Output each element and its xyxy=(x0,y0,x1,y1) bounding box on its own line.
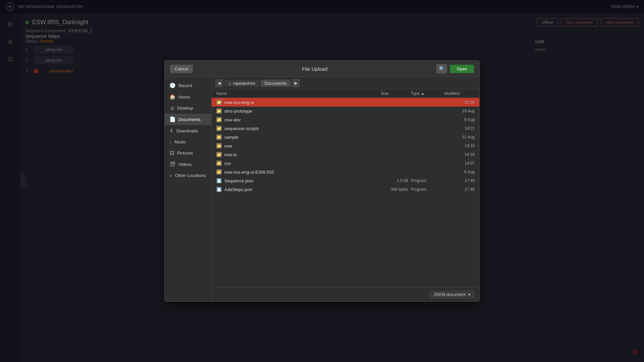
file-modified-sequencer-scripts: 14:21 xyxy=(444,126,475,131)
breadcrumb-home-item[interactable]: ⌂ rajalakshmi xyxy=(224,80,259,87)
file-name-esw: 📁 esw xyxy=(216,143,381,148)
file-modified-osw-dev: 9 Aug xyxy=(444,117,475,122)
home-nav-label: Home xyxy=(178,95,190,100)
file-modified-csv: 14:07 xyxy=(444,161,475,166)
dialog-body: 🕐 Recent 🏠 Home 🖥 Desktop 📄 Documents ⬇ … xyxy=(165,77,479,301)
breadcrumb-back-button[interactable]: ◀ xyxy=(215,79,223,87)
music-nav-label: Music xyxy=(175,139,186,144)
dialog-nav: 🕐 Recent 🏠 Home 🖥 Desktop 📄 Documents ⬇ … xyxy=(165,77,212,301)
folder-icon: 📁 xyxy=(216,161,222,166)
file-name-dms-prototype: 📁 dms-prototype xyxy=(216,108,381,114)
breadcrumb-current-item[interactable]: Documents xyxy=(261,80,291,87)
file-name-esw-ocs-eng-ui: 📁 esw-ocs-eng-ui xyxy=(216,100,381,105)
file-modified-esw-ocs-eng-ui-ESW-533: 6 Aug xyxy=(444,170,475,174)
file-modified-esw: 14:10 xyxy=(444,143,475,148)
file-list-header: Name Size Type ▲ Modified xyxy=(212,89,479,98)
file-row-sequencer-scripts[interactable]: 📁 sequencer-scripts 14:21 xyxy=(212,124,479,133)
dialog-nav-item-other-locations[interactable]: + Other Locations xyxy=(165,170,211,181)
file-modified-esw-ts: 14:18 xyxy=(444,152,475,157)
sort-arrow-icon: ▲ xyxy=(421,91,425,96)
file-modified-sample: 11 Aug xyxy=(444,135,475,139)
dialog-titlebar: Cancel File Upload 🔍 Open xyxy=(165,61,479,77)
file-name-AddSteps.json: 📄 AddSteps.json xyxy=(216,187,381,192)
dialog-nav-item-recent[interactable]: 🕐 Recent xyxy=(165,80,211,91)
file-name-sample: 📁 sample xyxy=(216,134,381,140)
breadcrumb-forward-button[interactable]: ▶ xyxy=(292,79,300,87)
other-locations-nav-label: Other Locations xyxy=(175,173,206,178)
dropdown-arrow-icon: ▾ xyxy=(468,292,471,297)
file-row-AddSteps.json[interactable]: 📄 AddSteps.json 348 bytes Program 17:49 xyxy=(212,185,479,194)
file-row-sample[interactable]: 📁 sample 11 Aug xyxy=(212,133,479,141)
file-type-dropdown[interactable]: JSON document ▾ xyxy=(430,290,475,299)
home-nav-icon: 🏠 xyxy=(169,94,176,100)
dialog-cancel-button[interactable]: Cancel xyxy=(170,65,193,73)
dialog-title: File Upload xyxy=(302,66,327,72)
pictures-nav-icon: 🖼 xyxy=(169,150,174,156)
dialog-files: ◀ ⌂ rajalakshmi Documents ▶ Name Size Ty… xyxy=(212,77,479,301)
file-row-osw-dev[interactable]: 📁 osw-dev 9 Aug xyxy=(212,115,479,124)
file-type-label: JSON document xyxy=(434,292,466,297)
home-icon: ⌂ xyxy=(228,81,231,86)
file-icon: 📄 xyxy=(216,178,222,183)
desktop-nav-label: Desktop xyxy=(177,106,193,111)
folder-icon: 📁 xyxy=(216,126,222,131)
other-locations-nav-icon: + xyxy=(169,173,172,178)
folder-icon: 📁 xyxy=(216,100,222,105)
file-row-Sequence.json[interactable]: 📄 Sequence.json 1.0 kB Program 17:49 xyxy=(212,176,479,185)
file-row-esw-ocs-eng-ui[interactable]: 📁 esw-ocs-eng-ui 15:38 xyxy=(212,98,479,107)
dialog-nav-item-music[interactable]: ♪ Music xyxy=(165,136,211,147)
file-modified-Sequence.json: 17:49 xyxy=(444,178,475,183)
file-modified-dms-prototype: 19 Aug xyxy=(444,109,475,113)
file-type-Sequence.json: Program xyxy=(411,178,444,183)
file-name-sequencer-scripts: 📁 sequencer-scripts xyxy=(216,126,381,131)
breadcrumb-user-label: rajalakshmi xyxy=(233,81,255,86)
col-size: Size xyxy=(381,91,411,96)
file-size-Sequence.json: 1.0 kB xyxy=(381,178,411,183)
dialog-nav-item-videos[interactable]: 🎬 Videos xyxy=(165,159,211,170)
folder-icon: 📁 xyxy=(216,117,222,122)
documents-nav-icon: 📄 xyxy=(169,116,176,122)
dialog-nav-item-pictures[interactable]: 🖼 Pictures xyxy=(165,147,211,159)
folder-icon: 📁 xyxy=(216,169,222,175)
file-name-Sequence.json: 📄 Sequence.json xyxy=(216,178,381,183)
file-name-esw-ocs-eng-ui-ESW-533: 📁 esw-ocs-eng-ui-ESW-533 xyxy=(216,169,381,175)
dialog-search-button[interactable]: 🔍 xyxy=(436,64,447,73)
col-type[interactable]: Type ▲ xyxy=(411,91,444,96)
dialog-open-button[interactable]: Open xyxy=(450,65,474,73)
file-row-dms-prototype[interactable]: 📁 dms-prototype 19 Aug xyxy=(212,107,479,115)
folder-icon: 📁 xyxy=(216,143,222,148)
search-icon: 🔍 xyxy=(439,66,445,71)
file-row-esw[interactable]: 📁 esw 14:10 xyxy=(212,141,479,150)
file-size-AddSteps.json: 348 bytes xyxy=(381,187,411,192)
documents-nav-label: Documents xyxy=(178,117,201,122)
col-modified: Modified xyxy=(444,91,475,96)
dialog-nav-item-home[interactable]: 🏠 Home xyxy=(165,91,211,103)
file-modified-esw-ocs-eng-ui: 15:38 xyxy=(444,100,475,105)
breadcrumb-bar: ◀ ⌂ rajalakshmi Documents ▶ xyxy=(212,77,479,89)
downloads-nav-label: Downloads xyxy=(176,128,198,133)
file-row-esw-ocs-eng-ui-ESW-533[interactable]: 📁 esw-ocs-eng-ui-ESW-533 6 Aug xyxy=(212,168,479,176)
folder-icon: 📁 xyxy=(216,108,222,114)
dialog-nav-item-downloads[interactable]: ⬇ Downloads xyxy=(165,125,211,136)
file-name-esw-ts: 📁 esw-ts xyxy=(216,152,381,157)
file-row-esw-ts[interactable]: 📁 esw-ts 14:18 xyxy=(212,150,479,159)
dialog-actions: 🔍 Open xyxy=(436,64,474,73)
recent-nav-icon: 🕐 xyxy=(169,82,176,88)
folder-icon: 📁 xyxy=(216,134,222,140)
col-name: Name xyxy=(216,91,381,96)
folder-icon: 📁 xyxy=(216,152,222,157)
file-name-csv: 📁 csv xyxy=(216,161,381,166)
pictures-nav-label: Pictures xyxy=(177,150,193,156)
recent-nav-label: Recent xyxy=(178,83,192,88)
dialog-nav-item-documents[interactable]: 📄 Documents xyxy=(165,114,211,125)
videos-nav-label: Videos xyxy=(178,162,192,167)
dialog-overlay: Cancel File Upload 🔍 Open 🕐 Recent 🏠 Hom… xyxy=(0,0,644,362)
downloads-nav-icon: ⬇ xyxy=(169,128,174,134)
file-upload-dialog: Cancel File Upload 🔍 Open 🕐 Recent 🏠 Hom… xyxy=(164,60,480,302)
dialog-footer: JSON document ▾ xyxy=(212,287,479,301)
dialog-nav-item-desktop[interactable]: 🖥 Desktop xyxy=(165,103,211,114)
desktop-nav-icon: 🖥 xyxy=(169,105,174,111)
file-icon: 📄 xyxy=(216,187,222,192)
music-nav-icon: ♪ xyxy=(169,139,172,145)
file-row-csv[interactable]: 📁 csv 14:07 xyxy=(212,159,479,168)
